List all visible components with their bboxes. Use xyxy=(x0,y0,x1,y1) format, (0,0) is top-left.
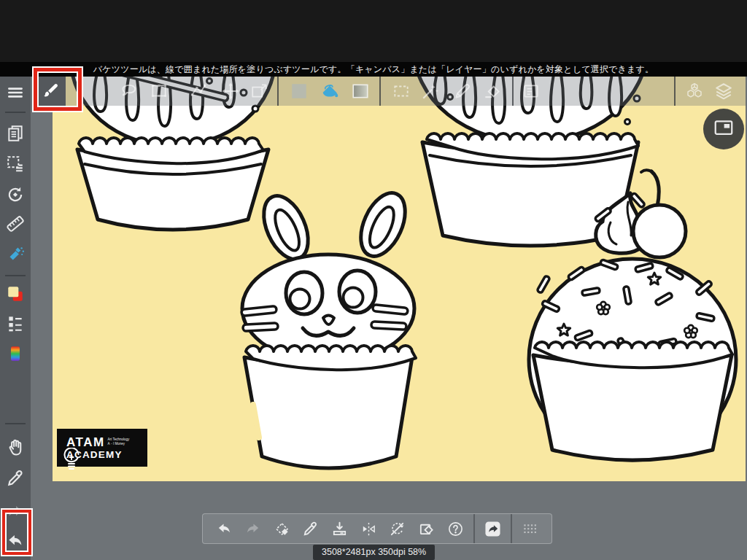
airbrush-button[interactable] xyxy=(2,240,28,269)
logo-tagline-2: A・I Money xyxy=(108,442,130,446)
help-button[interactable] xyxy=(444,514,466,543)
rotate-reset-icon xyxy=(6,185,25,204)
magic-wand-button[interactable] xyxy=(417,77,444,106)
logo-title: ATAM xyxy=(66,436,105,448)
reference-window-icon xyxy=(713,117,735,141)
eyedropper-button[interactable] xyxy=(2,464,28,493)
clear-layer-icon xyxy=(418,521,435,537)
undo-button[interactable] xyxy=(213,514,235,543)
flip-horizontal-icon xyxy=(360,521,377,537)
menu-button[interactable] xyxy=(2,78,28,107)
panel-button[interactable] xyxy=(518,77,544,106)
divider xyxy=(674,77,676,106)
color-palette-icon xyxy=(6,344,25,363)
top-toolbar xyxy=(31,77,747,106)
share-icon xyxy=(484,521,501,537)
redo-button[interactable] xyxy=(242,514,264,543)
color-square-icon xyxy=(290,82,309,101)
undo-icon xyxy=(216,521,233,537)
notification-bar: バケツツールは、線で囲まれた場所を塗りつぶすツールです。「キャンバス」または「レ… xyxy=(0,62,747,77)
layers-icon xyxy=(714,82,733,101)
eraser-clear-icon xyxy=(482,82,501,101)
gradient-square-button[interactable] xyxy=(347,77,374,106)
atam-academy-logo: ATAM Art Technology A・I Money ACADEMY xyxy=(57,429,147,467)
divider xyxy=(277,77,279,106)
app-screen: バケツツールは、線で囲まれた場所を塗りつぶすツールです。「キャンバス」または「レ… xyxy=(0,0,747,560)
flip-horizontal-button[interactable] xyxy=(357,514,379,543)
canvas-info-text: 3508*2481px 350dpi 58% xyxy=(322,547,426,557)
move-button[interactable] xyxy=(217,77,244,106)
divider xyxy=(511,514,512,543)
canvas[interactable]: ATAM Art Technology A・I Money ACADEMY xyxy=(53,77,746,481)
bucket-button[interactable] xyxy=(317,77,343,106)
divider xyxy=(512,77,514,106)
eyedropper-button[interactable] xyxy=(300,514,322,543)
color-swatch-icon xyxy=(6,284,25,303)
letterbox-top xyxy=(0,0,747,62)
tutorial-highlight-undo xyxy=(2,510,31,555)
reference-window-button[interactable] xyxy=(703,109,744,149)
rect-select-button[interactable] xyxy=(146,77,172,106)
select-layer-icon xyxy=(6,155,25,174)
rotate-disabled-icon xyxy=(389,521,406,537)
dashed-select-button[interactable] xyxy=(388,77,414,106)
bottom-toolbar xyxy=(202,513,552,544)
clear-layer-button[interactable] xyxy=(416,514,438,543)
dots-grid-icon xyxy=(522,521,538,537)
share-button[interactable] xyxy=(482,514,504,543)
redo-icon xyxy=(244,521,261,537)
bucket-icon xyxy=(320,82,339,101)
left-sidebar xyxy=(0,77,31,560)
material-cubes-button[interactable] xyxy=(681,77,708,106)
divider xyxy=(473,514,475,543)
notification-text: バケツツールは、線で囲まれた場所を塗りつぶすツールです。「キャンバス」または「レ… xyxy=(93,64,654,74)
transform-button[interactable] xyxy=(271,514,293,543)
help-icon xyxy=(447,521,464,537)
polyline-select-button[interactable] xyxy=(185,77,212,106)
polyline-select-icon xyxy=(189,82,208,101)
pen-icon xyxy=(453,82,472,101)
eyedropper-icon xyxy=(6,469,25,488)
divider xyxy=(5,423,26,424)
brush-list-icon xyxy=(6,314,25,332)
pages-button[interactable] xyxy=(2,119,28,148)
color-swatch-button[interactable] xyxy=(2,279,28,308)
divider xyxy=(5,275,26,276)
brush-list-button[interactable] xyxy=(2,308,28,338)
rotate-reset-button[interactable] xyxy=(2,180,28,209)
lasso-icon xyxy=(119,82,138,101)
select-layer-button[interactable] xyxy=(2,149,28,179)
cupcake-bunny-drawing xyxy=(224,190,439,481)
material-cubes-icon xyxy=(685,82,704,101)
eyedropper-icon xyxy=(302,521,319,537)
canvas-info-status: 3508*2481px 350dpi 58% xyxy=(313,545,435,560)
magic-wand-icon xyxy=(421,82,440,101)
rotate-disabled-button[interactable] xyxy=(387,514,409,543)
ruler-icon xyxy=(6,214,25,233)
dots-grid-button[interactable] xyxy=(519,514,541,543)
airbrush-icon xyxy=(6,245,25,264)
color-square-button[interactable] xyxy=(286,77,312,106)
eraser-clear-button[interactable] xyxy=(479,77,505,106)
transform-icon xyxy=(274,521,290,537)
lasso-button[interactable] xyxy=(115,77,142,106)
dashed-select-icon xyxy=(392,82,411,101)
import-icon xyxy=(331,521,348,537)
pen-button[interactable] xyxy=(449,77,476,106)
expand-button[interactable] xyxy=(247,77,273,106)
panel-icon xyxy=(522,82,541,101)
hand-icon xyxy=(6,438,25,457)
pages-icon xyxy=(6,124,25,143)
color-palette-button[interactable] xyxy=(2,339,28,368)
cupcake-sprinkles-drawing xyxy=(522,164,744,474)
hand-button[interactable] xyxy=(2,433,28,462)
divider xyxy=(379,77,381,106)
import-button[interactable] xyxy=(329,514,351,543)
ruler-button[interactable] xyxy=(2,209,28,238)
tutorial-highlight-brush xyxy=(34,68,82,111)
move-icon xyxy=(221,82,240,101)
layers-button[interactable] xyxy=(711,77,737,106)
menu-icon xyxy=(6,83,25,102)
expand-icon xyxy=(250,82,269,101)
gradient-square-icon xyxy=(351,82,370,101)
